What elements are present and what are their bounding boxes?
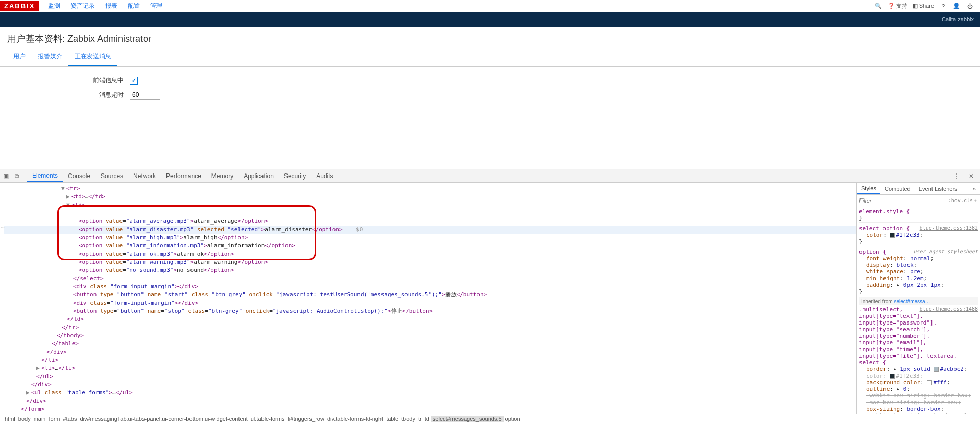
top-nav: 监测 资产记录 报表 配置 管理 (43, 0, 168, 12)
current-user: Calita zabbix (942, 16, 974, 22)
nav-admin[interactable]: 管理 (145, 0, 168, 12)
share-link[interactable]: ◧ Share (913, 3, 934, 9)
help-icon[interactable]: ? (939, 2, 947, 10)
frontend-label: 前端信息中 (7, 76, 130, 85)
frontend-checkbox[interactable]: ✓ (130, 77, 138, 85)
nav-assets[interactable]: 资产记录 (65, 0, 100, 12)
page-title-label: 用户基本资料: (7, 34, 65, 44)
power-icon[interactable]: ⏻ (966, 2, 974, 10)
nav-config[interactable]: 配置 (123, 0, 145, 12)
nav-monitor[interactable]: 监测 (43, 0, 65, 12)
tab-messaging[interactable]: 正在发送消息 (68, 48, 117, 66)
blue-bar: Calita zabbix (0, 12, 980, 27)
support-link[interactable]: ❓ 支持 (888, 2, 907, 10)
timeout-input[interactable] (130, 90, 160, 100)
page-title-name: Zabbix Administrator (67, 34, 151, 44)
nav-reports[interactable]: 报表 (100, 0, 123, 12)
tab-user[interactable]: 用户 (7, 48, 32, 66)
user-icon[interactable]: 👤 (952, 2, 961, 10)
zabbix-logo: ZABBIX (0, 1, 39, 11)
timeout-label: 消息超时 (7, 91, 130, 99)
search-icon[interactable]: 🔍 (874, 2, 882, 10)
tab-media[interactable]: 报警媒介 (32, 48, 68, 66)
search-input[interactable] (808, 2, 869, 10)
